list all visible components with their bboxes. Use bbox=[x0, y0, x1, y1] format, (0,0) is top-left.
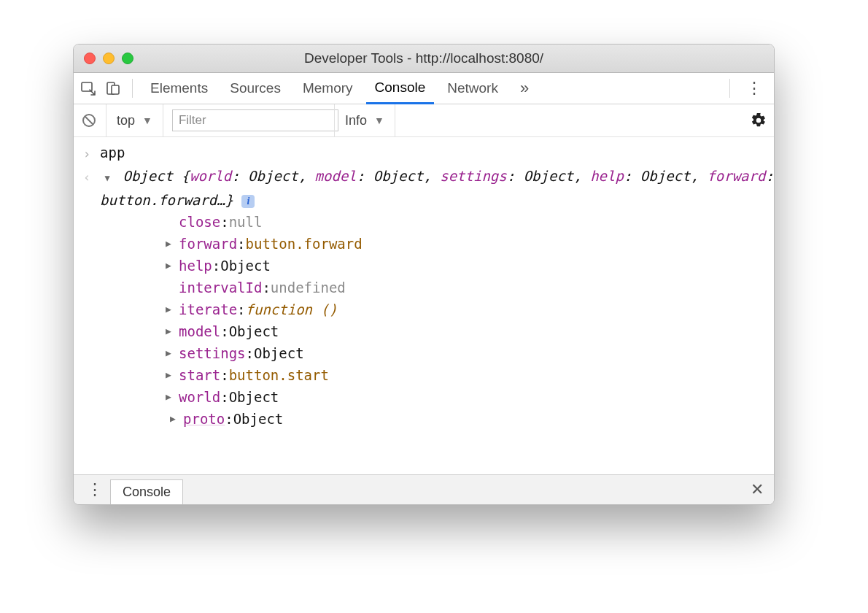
property-value: Object bbox=[254, 342, 304, 364]
expand-icon[interactable]: ▶ bbox=[166, 233, 179, 255]
property-row[interactable]: close: null bbox=[166, 211, 774, 233]
property-value: function () bbox=[246, 298, 338, 320]
property-value: Object bbox=[220, 255, 271, 277]
console-command: app bbox=[100, 142, 125, 163]
result-icon: ‹ bbox=[83, 170, 90, 185]
clear-console-icon[interactable] bbox=[81, 112, 97, 128]
tab-elements[interactable]: Elements bbox=[142, 74, 217, 103]
close-window-button[interactable] bbox=[84, 53, 96, 64]
zoom-window-button[interactable] bbox=[122, 53, 133, 64]
property-key: start bbox=[179, 364, 220, 386]
device-toolbar-icon[interactable] bbox=[103, 78, 123, 99]
filter-input[interactable] bbox=[172, 109, 338, 131]
expand-icon[interactable]: ▶ bbox=[166, 298, 179, 320]
property-value: undefined bbox=[271, 277, 346, 298]
property-value: button.start bbox=[229, 364, 329, 386]
drawer-tab-console[interactable]: Console bbox=[110, 479, 183, 504]
devtools-menu-button[interactable]: ⋮ bbox=[739, 79, 770, 98]
tab-sources[interactable]: Sources bbox=[221, 74, 290, 103]
inspect-icon[interactable] bbox=[78, 78, 98, 99]
log-level-selector[interactable]: Info ▼ bbox=[334, 104, 395, 136]
console-body: › app ‹ ▼ Object {world: Object, model: … bbox=[74, 137, 774, 482]
tab-console[interactable]: Console bbox=[366, 74, 435, 104]
property-value: button.forward bbox=[246, 233, 363, 255]
expand-icon[interactable]: ▶ bbox=[166, 320, 179, 342]
property-key: settings bbox=[179, 342, 246, 364]
drawer: ⋮ Console ✕ bbox=[74, 474, 774, 504]
separator bbox=[729, 79, 730, 98]
drawer-menu-button[interactable]: ⋮ bbox=[80, 480, 110, 499]
execution-context-selector[interactable]: top ▼ bbox=[106, 104, 163, 136]
drawer-close-button[interactable]: ✕ bbox=[746, 480, 768, 499]
titlebar: Developer Tools - http://localhost:8080/ bbox=[74, 45, 774, 73]
property-value: Object bbox=[229, 320, 279, 342]
context-label: top bbox=[117, 113, 135, 128]
devtools-window: Developer Tools - http://localhost:8080/… bbox=[73, 44, 775, 505]
tab-network[interactable]: Network bbox=[438, 74, 507, 103]
window-title: Developer Tools - http://localhost:8080/ bbox=[74, 50, 774, 66]
more-tabs-button[interactable]: » bbox=[511, 73, 538, 104]
expand-icon[interactable]: ▶ bbox=[170, 408, 183, 430]
property-key: world bbox=[179, 386, 220, 408]
minimize-window-button[interactable] bbox=[103, 53, 115, 64]
property-value: Object bbox=[229, 386, 279, 408]
svg-rect-2 bbox=[112, 85, 119, 94]
expand-icon[interactable]: ▶ bbox=[166, 255, 179, 277]
property-key: help bbox=[179, 255, 212, 277]
property-key: iterate bbox=[179, 298, 237, 320]
expand-icon[interactable]: ▶ bbox=[166, 364, 179, 386]
tab-memory[interactable]: Memory bbox=[294, 74, 362, 103]
info-icon[interactable]: i bbox=[241, 195, 255, 208]
console-settings-icon[interactable] bbox=[751, 112, 767, 128]
property-row[interactable]: ▶ proto : Object bbox=[170, 408, 774, 430]
expand-icon[interactable]: ▶ bbox=[166, 386, 179, 408]
property-row[interactable]: ▶iterate: function () bbox=[166, 298, 774, 320]
property-key: intervalId bbox=[179, 277, 262, 298]
object-properties: close: null▶forward: button.forward▶help… bbox=[100, 211, 774, 430]
console-input-row[interactable]: › app bbox=[74, 142, 774, 165]
prompt-icon: › bbox=[83, 147, 90, 161]
property-row[interactable]: ▶model: Object bbox=[166, 320, 774, 342]
expand-toggle-icon[interactable]: ▼ bbox=[100, 167, 115, 189]
log-level-label: Info bbox=[345, 113, 367, 128]
property-row[interactable]: ▶settings: Object bbox=[166, 342, 774, 364]
dropdown-icon: ▼ bbox=[142, 115, 152, 126]
property-key: model bbox=[179, 320, 220, 342]
property-row[interactable]: ▶forward: button.forward bbox=[166, 233, 774, 255]
property-row[interactable]: ▶world: Object bbox=[166, 386, 774, 408]
property-row[interactable]: ▶help: Object bbox=[166, 255, 774, 277]
separator bbox=[132, 79, 133, 98]
object-summary-line[interactable]: ▼ Object {world: Object, model: Object, … bbox=[100, 165, 774, 211]
property-value: Object bbox=[233, 408, 284, 430]
console-toolbar: top ▼ Info ▼ bbox=[74, 104, 774, 137]
property-row[interactable]: ▶start: button.start bbox=[166, 364, 774, 386]
dropdown-icon: ▼ bbox=[374, 115, 384, 126]
property-row[interactable]: intervalId: undefined bbox=[166, 277, 774, 298]
property-value: null bbox=[229, 211, 263, 233]
property-key: forward bbox=[179, 233, 237, 255]
panel-tabs: Elements Sources Memory Console Network … bbox=[74, 73, 774, 104]
expand-icon[interactable]: ▶ bbox=[166, 342, 179, 364]
window-controls bbox=[84, 53, 133, 64]
console-output-row: ‹ ▼ Object {world: Object, model: Object… bbox=[74, 165, 774, 430]
object-summary: Object {world: Object, model: Object, se… bbox=[100, 168, 774, 208]
property-key: proto bbox=[183, 408, 225, 430]
property-key: close bbox=[179, 211, 220, 233]
filter-field[interactable] bbox=[172, 109, 325, 131]
